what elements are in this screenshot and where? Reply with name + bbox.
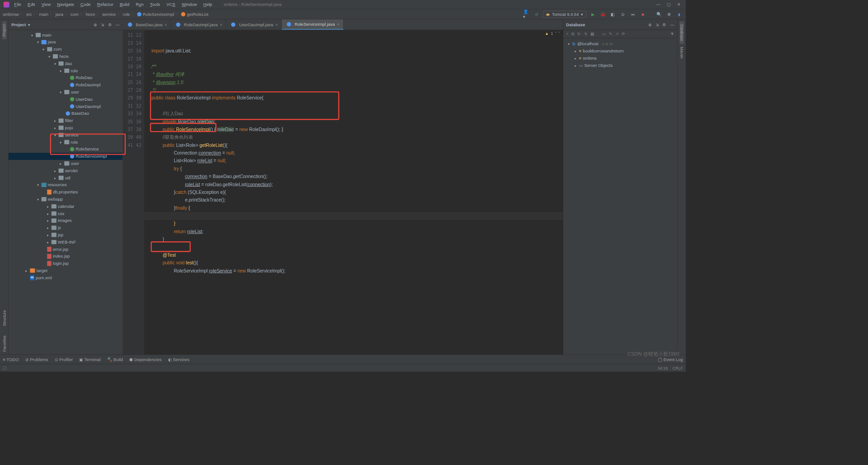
db-row[interactable]: ▸▭Server Objects [565, 62, 676, 69]
close-icon[interactable]: × [275, 22, 278, 27]
tree-item[interactable]: ▾user [9, 89, 123, 96]
settings-icon[interactable]: ⚙ [666, 10, 673, 18]
close-icon[interactable]: ✕ [677, 2, 681, 7]
tree-item[interactable]: ▸util [9, 174, 123, 182]
tree-item[interactable]: ▸calendar [9, 203, 123, 210]
close-icon[interactable]: × [220, 22, 222, 27]
minimize-icon[interactable]: — [656, 2, 660, 7]
hide-icon[interactable]: — [670, 22, 674, 27]
line-ending[interactable]: CRLF [673, 366, 683, 370]
bc-class[interactable]: RoleServiceImpl [143, 12, 174, 17]
tw-services[interactable]: ◐ Services [168, 357, 189, 362]
locate-icon[interactable]: ⊕ [94, 22, 97, 27]
tree-item[interactable]: ▸jsp [9, 231, 123, 239]
bc-role[interactable]: role [123, 12, 130, 17]
tree-item[interactable]: ▸js [9, 224, 123, 231]
menu-build[interactable]: Build [117, 1, 132, 8]
tree-item[interactable]: UserDao [9, 96, 123, 103]
tree-item[interactable]: error.jsp [9, 246, 123, 253]
tw-todo[interactable]: ≡ TODO [3, 357, 19, 362]
add-icon[interactable]: + [566, 32, 569, 37]
avatar-icon[interactable]: ◗ [676, 10, 683, 18]
tree-item[interactable]: login.jsp [9, 260, 123, 267]
refresh-icon[interactable]: ↻ [577, 32, 581, 37]
tab-basedao[interactable]: BaseDao.java× [123, 19, 171, 30]
event-log-button[interactable]: ◯ Event Log [658, 357, 683, 362]
close-icon[interactable]: × [165, 22, 167, 27]
db-row[interactable]: ▾⧉@localhost2 of 12 [565, 40, 676, 47]
tree-item[interactable]: RoleDaoImpl [9, 81, 123, 89]
tree-item[interactable]: ▾java [9, 38, 123, 46]
tree-item[interactable]: ▸WEB-INF [9, 239, 123, 246]
tool-windows-icon[interactable]: ▢ [3, 366, 6, 370]
tree-item[interactable]: BaseDao [9, 110, 123, 117]
tree-item[interactable]: ▾heze [9, 53, 123, 60]
tw-profiler[interactable]: ⊙ Profiler [55, 357, 73, 362]
gear-icon[interactable]: ⚙ [662, 22, 666, 27]
attach-icon[interactable]: ⫘ [629, 10, 637, 18]
tree-item[interactable]: ▾main [9, 32, 123, 39]
coverage-icon[interactable]: ◧ [609, 10, 617, 18]
tw-favorites[interactable]: Favorites [2, 333, 6, 354]
code-content[interactable]: import import java.util.List;java.util.L… [144, 30, 563, 354]
table-icon[interactable]: ▭ [602, 32, 606, 37]
edit-icon[interactable]: ✎ [609, 32, 613, 37]
menu-help[interactable]: Help [201, 1, 215, 8]
menu-tools[interactable]: Tools [147, 1, 163, 8]
tree-item[interactable]: ▸target [9, 267, 123, 274]
bc-heze[interactable]: heze [86, 12, 95, 17]
tw-dependencies[interactable]: ⬢ Dependencies [129, 357, 161, 362]
tree-item[interactable]: ▾resources [9, 181, 123, 188]
tree-item[interactable]: ▸user [9, 160, 123, 167]
tree-item[interactable]: RoleDao [9, 74, 123, 81]
tab-roledaoimpl[interactable]: RoleDaoImpl.java× [171, 19, 226, 30]
tw-structure[interactable]: Structure [2, 307, 6, 329]
tree-item[interactable]: ▾role [9, 67, 123, 75]
tab-roleserviceimpl[interactable]: RoleServiceImpl.java× [282, 19, 343, 30]
gear-icon[interactable]: ⚙ [108, 22, 112, 27]
bc-src[interactable]: src [26, 12, 32, 17]
db-row[interactable]: ▸≡smbms [565, 55, 676, 62]
maximize-icon[interactable]: ▢ [667, 2, 671, 7]
tx-icon[interactable]: ▦ [590, 32, 594, 37]
tree-item[interactable]: ▾webapp [9, 196, 123, 203]
profile-icon[interactable]: ⊙ [619, 10, 627, 18]
menu-view[interactable]: View [38, 1, 53, 8]
tree-item[interactable]: mpom.xml [9, 274, 123, 282]
stop-icon[interactable]: ■ [639, 10, 646, 18]
inspection-widget[interactable]: ▲ 1 ˆ ˇ [545, 32, 560, 36]
bc-method[interactable]: getRoleList [187, 12, 208, 17]
expand-icon[interactable]: ⇲ [101, 22, 104, 27]
menu-code[interactable]: Code [78, 1, 94, 8]
menu-window[interactable]: Window [179, 1, 200, 8]
close-icon[interactable]: × [337, 22, 340, 27]
tw-terminal[interactable]: ▣ Terminal [79, 357, 100, 362]
locate-icon[interactable]: ⊕ [648, 22, 652, 27]
menu-refactor[interactable]: Refactor [94, 1, 116, 8]
project-tree[interactable]: ▾main ▾java ▾com ▾heze ▾dao ▾role RoleDa… [9, 30, 123, 354]
jump-icon[interactable]: ↗ [615, 32, 619, 37]
tw-project[interactable]: Project [2, 21, 6, 39]
db-tree[interactable]: ▾⧉@localhost2 of 12 ▸≡bookborrowandretur… [563, 38, 677, 71]
filter-icon[interactable]: ▼ [670, 32, 674, 37]
menu-navigate[interactable]: Navigate [54, 1, 77, 8]
run-config-combo[interactable]: ⬬ Tomcat 9.0.54 ▾ [543, 10, 586, 18]
copy-icon[interactable]: ⧉ [571, 32, 575, 37]
search-icon[interactable]: 🔍 [656, 10, 663, 18]
tree-item[interactable]: db.properties [9, 188, 123, 196]
tw-problems[interactable]: ⊘ Problems [25, 357, 48, 362]
tree-item[interactable]: UserDaoImpl [9, 103, 123, 110]
refresh2-icon[interactable]: ⟳ [622, 32, 625, 37]
tw-maven[interactable]: Maven [679, 44, 684, 61]
editor[interactable]: 11 12 13 14 15 16 17 18 19 20 21 24 25 2… [123, 30, 563, 354]
expand-icon[interactable]: ⇲ [656, 22, 659, 27]
tree-item[interactable]: ▸css [9, 210, 123, 217]
tree-item[interactable]: ▸images [9, 217, 123, 224]
chevron-down-icon[interactable]: ˇ [559, 32, 560, 36]
user-icon[interactable]: 👤▾ [523, 10, 530, 18]
tree-item[interactable]: index.jsp [9, 253, 123, 260]
tw-database[interactable]: Database [679, 21, 684, 44]
menu-run[interactable]: Run [133, 1, 146, 8]
menu-edit[interactable]: Edit [25, 1, 38, 8]
caret-position[interactable]: 34:19 [658, 366, 668, 370]
